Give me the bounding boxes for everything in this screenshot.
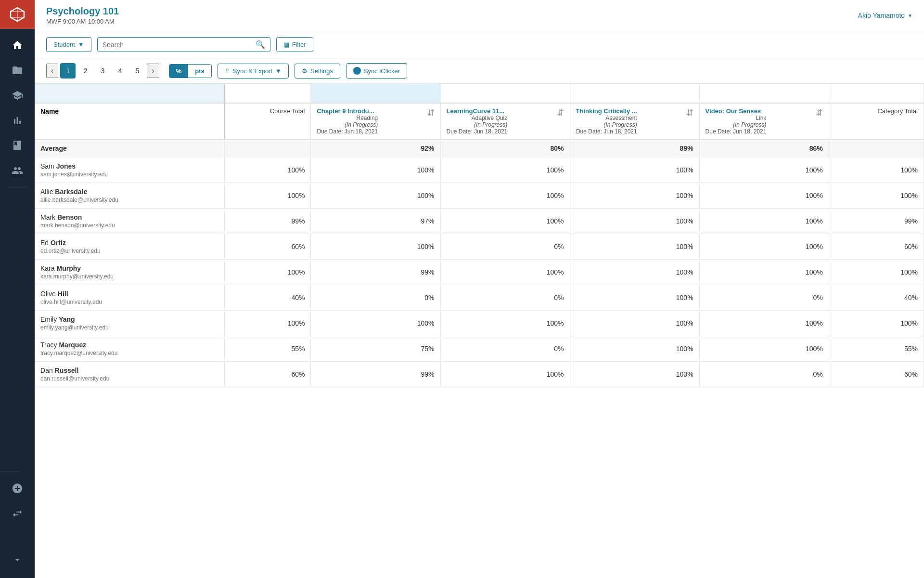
- student-email: tracy.marquez@university.edu: [40, 350, 218, 356]
- student-think-cell: 100%: [570, 285, 699, 311]
- think-type: Assessment: [576, 115, 637, 121]
- sidebar-item-expand[interactable]: [0, 545, 35, 570]
- toggle-pts-button[interactable]: pts: [188, 65, 211, 78]
- student-full-name: Sam Jones: [40, 162, 218, 170]
- student-lc11-cell: 100%: [440, 311, 570, 336]
- student-think-cell: 100%: [570, 183, 699, 209]
- student-name-cell[interactable]: Kara Murphy kara.murphy@university.edu: [35, 260, 225, 285]
- table-row: Allie Barksdale allie.barksdale@universi…: [35, 183, 924, 209]
- user-menu[interactable]: Akio Yamamoto ▼: [858, 12, 912, 19]
- student-ch9-cell: 99%: [311, 260, 440, 285]
- filter-icon: ▦: [283, 41, 289, 48]
- student-full-name: Allie Barksdale: [40, 188, 218, 196]
- student-name-cell[interactable]: Sam Jones sam.jones@university.edu: [35, 158, 225, 183]
- student-full-name: Emily Yang: [40, 315, 218, 323]
- student-name-cell[interactable]: Olive Hill olive.hill@university.edu: [35, 285, 225, 311]
- sidebar-item-chart[interactable]: [0, 108, 35, 133]
- main-content: Psychology 101 MWF 9:00 AM-10:00 AM Akio…: [35, 0, 924, 578]
- student-name-cell[interactable]: Dan Russell dan.russell@university.edu: [35, 362, 225, 387]
- student-dropdown[interactable]: Student ▼: [46, 37, 91, 52]
- student-lc11-cell: 100%: [440, 183, 570, 209]
- page-next-button[interactable]: ›: [147, 64, 159, 78]
- video-header-text: Video: Our Senses Link (In Progress) Due…: [706, 107, 767, 135]
- ch9-status: (In Progress): [317, 121, 378, 128]
- student-name-cell[interactable]: Emily Yang emily.yang@university.edu: [35, 311, 225, 336]
- sidebar-item-add[interactable]: [0, 476, 35, 501]
- sidebar-item-transfer[interactable]: [0, 501, 35, 526]
- student-full-name: Tracy Marquez: [40, 341, 218, 349]
- student-email: sam.jones@university.edu: [40, 171, 218, 178]
- sidebar-item-folder[interactable]: [0, 58, 35, 83]
- student-course-total-cell: 40%: [225, 285, 311, 311]
- student-name-cell[interactable]: Tracy Marquez tracy.marquez@university.e…: [35, 336, 225, 362]
- think-header-inner: Thinking Critically ... Assessment (In P…: [576, 107, 693, 135]
- student-name-cell[interactable]: Allie Barksdale allie.barksdale@universi…: [35, 183, 225, 209]
- ch9-type: Reading: [317, 115, 378, 121]
- student-video-cell: 0%: [699, 285, 829, 311]
- student-video-cell: 0%: [699, 362, 829, 387]
- filter-button[interactable]: ▦ Filter: [276, 37, 313, 52]
- settings-button[interactable]: ⚙ Settings: [295, 64, 340, 79]
- page-btn-3[interactable]: 3: [95, 63, 110, 79]
- page-btn-5[interactable]: 5: [129, 63, 145, 79]
- student-lc11-cell: 0%: [440, 285, 570, 311]
- col-header-think: Thinking Critically ... Assessment (In P…: [570, 103, 699, 139]
- student-lc11-cell: 0%: [440, 234, 570, 260]
- col-header-video: Video: Our Senses Link (In Progress) Due…: [699, 103, 829, 139]
- student-email: allie.barksdale@university.edu: [40, 197, 218, 203]
- page-btn-2[interactable]: 2: [77, 63, 93, 79]
- page-btn-4[interactable]: 4: [112, 63, 128, 79]
- table-column-headers: Name Course Total Chapter 9 Introdu... R…: [35, 103, 924, 139]
- sidebar-item-people[interactable]: [0, 158, 35, 183]
- student-cat-total-cell: 100%: [829, 311, 924, 336]
- page-header: Psychology 101 MWF 9:00 AM-10:00 AM Akio…: [35, 0, 924, 31]
- video-title: Video: Our Senses: [706, 107, 767, 115]
- col-header-ch9: Chapter 9 Introdu... Reading (In Progres…: [311, 103, 440, 139]
- lc11-sort-icon[interactable]: ⇵: [557, 107, 564, 118]
- sidebar-item-gradebook[interactable]: [0, 83, 35, 108]
- sync-export-button[interactable]: ⇧ Sync & Export ▼: [218, 64, 289, 79]
- ch9-header-inner: Chapter 9 Introdu... Reading (In Progres…: [317, 107, 434, 135]
- student-course-total-cell: 60%: [225, 362, 311, 387]
- video-sort-icon[interactable]: ⇵: [816, 107, 823, 118]
- table-row: Kara Murphy kara.murphy@university.edu 1…: [35, 260, 924, 285]
- sidebar-item-home[interactable]: [0, 33, 35, 58]
- think-sort-icon[interactable]: ⇵: [686, 107, 693, 118]
- student-full-name: Kara Murphy: [40, 264, 218, 272]
- page-prev-button[interactable]: ‹: [46, 64, 58, 78]
- toggle-percent-button[interactable]: %: [169, 65, 189, 78]
- table-row: Olive Hill olive.hill@university.edu 40%…: [35, 285, 924, 311]
- student-ch9-cell: 100%: [311, 311, 440, 336]
- sidebar-item-notebook[interactable]: [0, 133, 35, 158]
- avg-lc11-cell: 80%: [440, 139, 570, 158]
- student-think-cell: 100%: [570, 362, 699, 387]
- avg-course-total-cell: [225, 139, 311, 158]
- col-header-cat-total: Category Total: [829, 103, 924, 139]
- video-status: (In Progress): [706, 121, 767, 128]
- ch9-due: Due Date: Jun 18, 2021: [317, 128, 378, 135]
- search-input[interactable]: [103, 41, 252, 49]
- student-ch9-cell: 97%: [311, 209, 440, 234]
- student-ch9-cell: 100%: [311, 183, 440, 209]
- student-ch9-cell: 100%: [311, 158, 440, 183]
- table-row: Mark Benson mark.benson@university.edu 9…: [35, 209, 924, 234]
- student-email: olive.hill@university.edu: [40, 299, 218, 305]
- sync-iclicker-button[interactable]: Sync iClicker: [346, 63, 407, 79]
- table-row: Ed Ortiz ed.ortiz@university.edu 60%100%…: [35, 234, 924, 260]
- student-full-name: Olive Hill: [40, 290, 218, 298]
- page-btn-1[interactable]: 1: [60, 63, 76, 79]
- student-course-total-cell: 100%: [225, 158, 311, 183]
- spacer-video-col: [699, 84, 829, 103]
- think-title: Thinking Critically ...: [576, 107, 637, 115]
- ch9-sort-icon[interactable]: ⇵: [427, 107, 435, 118]
- student-think-cell: 100%: [570, 311, 699, 336]
- sync-iclicker-label: Sync iClicker: [364, 67, 400, 75]
- lc11-due: Due Date: Jun 18, 2021: [447, 128, 508, 135]
- app-logo[interactable]: [0, 0, 35, 29]
- student-video-cell: 100%: [699, 234, 829, 260]
- student-cat-total-cell: 40%: [829, 285, 924, 311]
- student-name-cell[interactable]: Mark Benson mark.benson@university.edu: [35, 209, 225, 234]
- student-name-cell[interactable]: Ed Ortiz ed.ortiz@university.edu: [35, 234, 225, 260]
- student-video-cell: 100%: [699, 158, 829, 183]
- student-lc11-cell: 100%: [440, 158, 570, 183]
